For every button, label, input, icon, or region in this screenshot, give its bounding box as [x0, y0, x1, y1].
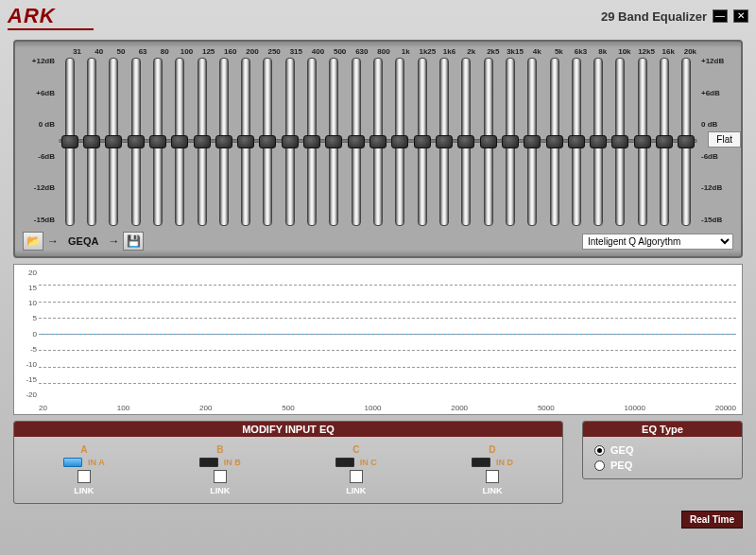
eq-slider[interactable] — [301, 58, 322, 226]
slider-knob[interactable] — [457, 135, 474, 148]
eq-type-option[interactable]: GEQ — [594, 444, 730, 456]
slider-knob[interactable] — [634, 135, 651, 148]
eq-slider[interactable] — [345, 58, 367, 226]
slider-knob[interactable] — [325, 135, 342, 148]
slider-knob[interactable] — [656, 135, 673, 148]
input-led[interactable] — [199, 458, 218, 467]
eq-slider[interactable] — [80, 58, 102, 226]
slider-track — [307, 58, 317, 226]
db-tick: -12dB — [701, 184, 737, 192]
slider-knob[interactable] — [348, 135, 365, 148]
slider-knob[interactable] — [128, 135, 145, 148]
eq-slider[interactable] — [499, 58, 521, 226]
eq-slider[interactable] — [323, 58, 345, 226]
eq-slider[interactable] — [146, 58, 168, 226]
eq-slider[interactable] — [59, 58, 80, 226]
slider-knob[interactable] — [391, 135, 408, 148]
eq-slider[interactable] — [389, 58, 411, 226]
slider-track — [198, 58, 207, 226]
input-label: IN C — [360, 458, 377, 467]
slider-track — [615, 58, 625, 226]
slider-knob[interactable] — [105, 135, 122, 148]
graph-y-tick: 20 — [18, 269, 37, 277]
eq-slider[interactable] — [411, 58, 433, 226]
link-checkbox[interactable] — [77, 470, 91, 483]
slider-knob[interactable] — [502, 135, 519, 148]
eq-slider[interactable] — [169, 58, 191, 226]
eq-slider[interactable] — [367, 58, 388, 226]
slider-knob[interactable] — [194, 135, 211, 148]
eq-slider[interactable] — [477, 58, 499, 226]
eq-slider[interactable] — [653, 58, 675, 226]
slider-knob[interactable] — [83, 135, 100, 148]
slider-knob[interactable] — [414, 135, 431, 148]
eq-slider[interactable] — [455, 58, 477, 226]
input-led[interactable] — [472, 458, 490, 467]
eq-slider[interactable] — [588, 58, 610, 226]
eq-slider[interactable] — [433, 58, 455, 226]
eq-slider[interactable] — [631, 58, 653, 226]
graph-y-tick: 15 — [18, 284, 37, 292]
eq-type-option[interactable]: PEQ — [594, 460, 730, 471]
slider-knob[interactable] — [611, 135, 628, 148]
algorithm-select[interactable]: Inteligent Q Algorythm — [582, 234, 733, 250]
eq-slider[interactable] — [213, 58, 234, 226]
slider-knob[interactable] — [215, 135, 232, 148]
eq-slider[interactable] — [610, 58, 631, 226]
eq-slider[interactable] — [191, 58, 213, 226]
window-title: 29 Band Equalizer — [601, 9, 707, 24]
eq-slider[interactable] — [522, 58, 543, 226]
input-led[interactable] — [335, 458, 354, 467]
db-tick: -6dB — [19, 153, 55, 161]
slider-knob[interactable] — [436, 135, 453, 148]
input-led-row: IN C — [335, 458, 377, 467]
eq-slider[interactable] — [103, 58, 125, 226]
db-tick: +12dB — [701, 58, 737, 65]
slider-knob[interactable] — [237, 135, 254, 148]
realtime-button[interactable]: Real Time — [681, 511, 743, 529]
link-checkbox[interactable] — [350, 470, 363, 483]
slider-knob[interactable] — [61, 135, 78, 148]
slider-knob[interactable] — [546, 135, 563, 148]
eq-slider[interactable] — [676, 58, 697, 226]
eq-slider[interactable] — [543, 58, 565, 226]
band-label: 40 — [88, 47, 110, 56]
db-tick: +6dB — [701, 90, 737, 97]
slider-knob[interactable] — [149, 135, 166, 148]
graph-x-tick: 20 — [39, 404, 47, 412]
link-checkbox[interactable] — [486, 470, 499, 483]
band-label: 500 — [329, 47, 351, 56]
flat-button[interactable]: Flat — [708, 131, 741, 147]
eq-slider[interactable] — [125, 58, 146, 226]
slider-knob[interactable] — [568, 135, 585, 148]
band-label: 400 — [307, 47, 329, 56]
slider-knob[interactable] — [369, 135, 387, 148]
slider-knob[interactable] — [282, 135, 299, 148]
slider-knob[interactable] — [259, 135, 276, 148]
minimize-button[interactable]: — — [713, 9, 728, 23]
slider-track — [219, 58, 229, 226]
db-scale-left: +12dB+6dB0 dB-6dB-12dB-15dB — [19, 56, 59, 226]
slider-knob[interactable] — [678, 135, 695, 148]
slider-knob[interactable] — [524, 135, 541, 148]
save-preset-button[interactable]: 💾 — [123, 232, 144, 251]
link-checkbox[interactable] — [214, 470, 227, 483]
band-label: 5k — [548, 47, 570, 56]
slider-knob[interactable] — [590, 135, 607, 148]
slider-knob[interactable] — [303, 135, 320, 148]
slider-knob[interactable] — [480, 135, 497, 148]
input-led[interactable] — [63, 458, 82, 467]
eq-slider[interactable] — [279, 58, 301, 226]
band-label: 315 — [285, 47, 307, 56]
radio-icon — [594, 460, 605, 471]
slider-track — [681, 58, 691, 226]
close-button[interactable]: ✕ — [733, 9, 748, 23]
slider-knob[interactable] — [171, 135, 188, 148]
eq-slider[interactable] — [257, 58, 279, 226]
radio-icon — [594, 445, 605, 456]
slider-track — [638, 58, 647, 226]
eq-slider[interactable] — [565, 58, 587, 226]
eq-slider[interactable] — [235, 58, 257, 226]
open-preset-button[interactable]: 📂 — [23, 232, 43, 251]
slider-track — [395, 58, 404, 226]
